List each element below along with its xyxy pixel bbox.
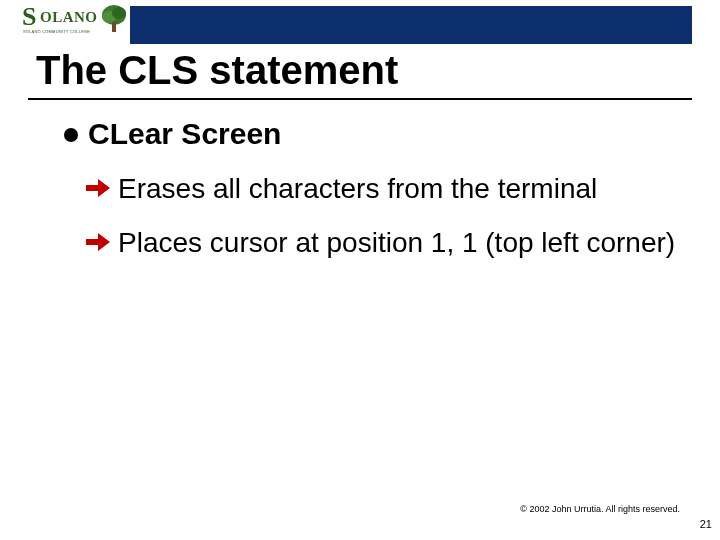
bullet-level2-text: Erases all characters from the terminal <box>118 173 597 204</box>
arrow-right-icon <box>84 174 112 202</box>
svg-rect-3 <box>112 22 116 32</box>
page-number: 21 <box>700 519 712 530</box>
bullet-level1: CLear Screen <box>64 116 682 152</box>
tree-icon <box>100 4 128 34</box>
header-band <box>130 6 692 44</box>
title-underline <box>28 98 692 100</box>
bullet-level2-text: Places cursor at position 1, 1 (top left… <box>118 227 675 258</box>
bullet-level1-text: CLear Screen <box>88 117 281 150</box>
logo-big-letter: S <box>22 4 35 30</box>
logo: S OLANO SOLANO COMMUNITY COLLEGE <box>22 6 132 46</box>
copyright: © 2002 John Urrutia. All rights reserved… <box>520 505 680 514</box>
logo-text: OLANO <box>40 10 98 25</box>
slide-title: The CLS statement <box>36 48 398 92</box>
svg-point-2 <box>112 7 126 19</box>
bullet-level2: Places cursor at position 1, 1 (top left… <box>86 224 682 262</box>
disc-bullet-icon <box>64 128 78 142</box>
slide: S OLANO SOLANO COMMUNITY COLLEGE The CLS… <box>0 0 720 540</box>
body: CLear Screen Erases all characters from … <box>64 116 682 278</box>
logo-subtext: SOLANO COMMUNITY COLLEGE <box>23 30 90 34</box>
bullet-level2: Erases all characters from the terminal <box>86 170 682 208</box>
arrow-right-icon <box>84 228 112 256</box>
